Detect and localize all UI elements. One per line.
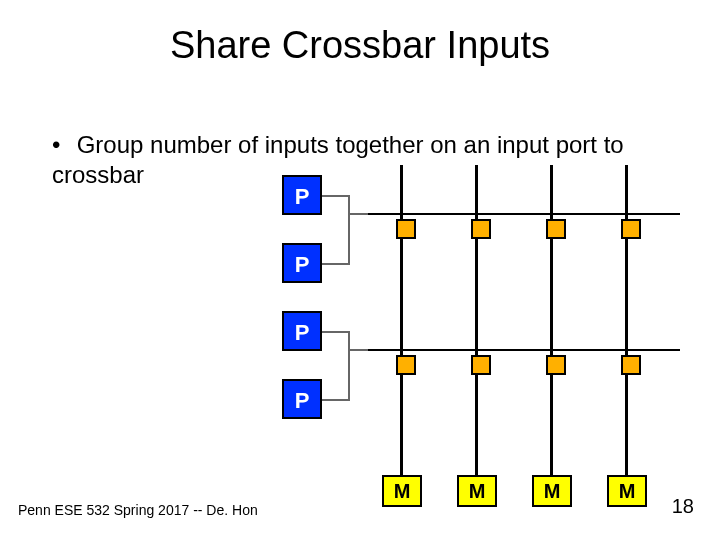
memory-line <box>400 165 403 475</box>
crosspoint-switch <box>621 219 641 239</box>
crosspoint-switch <box>396 355 416 375</box>
crossbar-diagram: P P P P M M M M <box>280 175 690 510</box>
crosspoint-switch <box>621 355 641 375</box>
processor-box: P <box>282 175 322 215</box>
memory-line <box>475 165 478 475</box>
memory-box: M <box>382 475 422 507</box>
memory-line <box>625 165 628 475</box>
bullet-dot: • <box>52 130 70 160</box>
group-wire <box>348 349 368 351</box>
memory-box: M <box>532 475 572 507</box>
group-wire <box>348 213 368 215</box>
memory-box: M <box>457 475 497 507</box>
group-wire <box>322 331 348 333</box>
group-wire <box>348 195 350 265</box>
crosspoint-switch <box>546 355 566 375</box>
group-wire <box>348 331 350 401</box>
crossbar-row <box>368 349 680 351</box>
crosspoint-switch <box>471 355 491 375</box>
crossbar-row <box>368 213 680 215</box>
processor-box: P <box>282 243 322 283</box>
group-wire <box>322 399 348 401</box>
processor-box: P <box>282 311 322 351</box>
group-wire <box>322 195 348 197</box>
footer-text: Penn ESE 532 Spring 2017 -- De. Hon <box>18 502 258 518</box>
memory-line <box>550 165 553 475</box>
crosspoint-switch <box>471 219 491 239</box>
group-wire <box>322 263 348 265</box>
page-title: Share Crossbar Inputs <box>0 24 720 67</box>
processor-box: P <box>282 379 322 419</box>
crosspoint-switch <box>396 219 416 239</box>
crosspoint-switch <box>546 219 566 239</box>
memory-box: M <box>607 475 647 507</box>
